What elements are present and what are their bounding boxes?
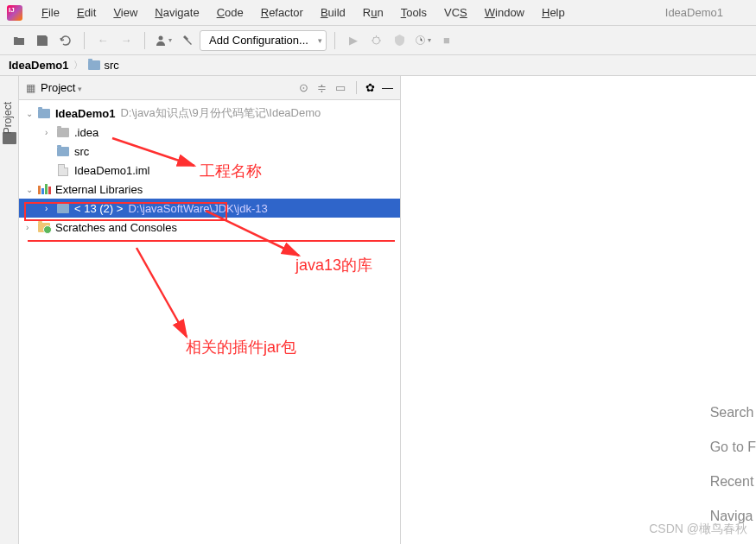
forward-button[interactable]: → bbox=[116, 30, 137, 51]
tree-root[interactable]: ⌄ IdeaDemo1 D:\java知识点\9月份代码笔记\IdeaDemo bbox=[19, 104, 400, 123]
menu-tools[interactable]: Tools bbox=[392, 3, 435, 22]
expand-icon[interactable]: ⌄ bbox=[26, 185, 36, 194]
toolbar-separator bbox=[334, 32, 335, 49]
tree-idea-folder[interactable]: › .idea bbox=[19, 123, 400, 142]
debug-button[interactable] bbox=[366, 30, 387, 51]
menu-refactor[interactable]: Refactor bbox=[252, 3, 312, 22]
breadcrumb-separator: 〉 bbox=[73, 59, 83, 72]
tree-external-libs[interactable]: ⌄ External Libraries bbox=[19, 180, 400, 199]
scratch-icon bbox=[36, 223, 52, 232]
refresh-button[interactable] bbox=[55, 30, 76, 51]
expand-icon[interactable]: ⌄ bbox=[26, 109, 36, 118]
menubar: File Edit View Navigate Code Refactor Bu… bbox=[0, 0, 756, 26]
save-button[interactable] bbox=[32, 30, 53, 51]
tree-jdk[interactable]: › < 13 (2) > D:\javaSoftWare\JDK\jdk-13 bbox=[19, 199, 400, 218]
folder-icon bbox=[36, 109, 52, 118]
svg-point-0 bbox=[159, 35, 163, 40]
breadcrumb-src[interactable]: src bbox=[88, 59, 118, 72]
watermark: CSDN @橄鸟春秋 bbox=[649, 522, 747, 537]
panel-title[interactable]: ▦ Project bbox=[26, 81, 82, 94]
toolbar: ← → Add Configuration... ▶ ■ bbox=[0, 26, 756, 55]
project-tree: ⌄ IdeaDemo1 D:\java知识点\9月份代码笔记\IdeaDemo … bbox=[19, 100, 400, 240]
project-panel: ▦ Project ⊙ ≑ ▭ ✿ — ⌄ IdeaDemo1 D:\java知… bbox=[19, 76, 401, 544]
menubar-project-name: IdeaDemo1 bbox=[657, 3, 732, 22]
library-icon bbox=[36, 184, 52, 194]
settings-icon[interactable]: ✿ bbox=[365, 81, 375, 94]
menu-help[interactable]: Help bbox=[533, 3, 574, 22]
coverage-button[interactable] bbox=[390, 30, 410, 51]
menu-code[interactable]: Code bbox=[208, 3, 252, 22]
expand-icon[interactable]: ▭ bbox=[335, 81, 346, 94]
menu-vcs[interactable]: VCS bbox=[435, 3, 476, 22]
menu-view[interactable]: View bbox=[105, 3, 146, 22]
folder-icon bbox=[55, 128, 71, 137]
menu-file[interactable]: File bbox=[33, 3, 68, 22]
tree-iml-file[interactable]: IdeaDemo1.iml bbox=[19, 161, 400, 180]
expand-icon[interactable]: › bbox=[45, 128, 55, 137]
hide-icon[interactable]: — bbox=[382, 81, 393, 94]
panel-folder-icon: ▦ bbox=[26, 82, 35, 94]
editor-area: Search Go to F Recent Naviga Drop fi bbox=[401, 76, 756, 544]
folder-icon bbox=[88, 60, 100, 70]
menu-window[interactable]: Window bbox=[476, 3, 533, 22]
menu-navigate[interactable]: Navigate bbox=[146, 3, 207, 22]
tree-scratches[interactable]: › Scratches and Consoles bbox=[19, 218, 400, 237]
panel-right-actions: ✿ — bbox=[356, 81, 393, 94]
profiler-button[interactable] bbox=[413, 30, 434, 51]
expand-icon[interactable]: › bbox=[45, 204, 55, 213]
stop-button[interactable]: ■ bbox=[436, 30, 457, 51]
menu-build[interactable]: Build bbox=[312, 3, 354, 22]
collapse-icon[interactable]: ≑ bbox=[317, 81, 327, 94]
breadcrumb: IdeaDemo1 〉 src bbox=[0, 55, 756, 76]
file-icon bbox=[55, 164, 71, 176]
menu-run[interactable]: Run bbox=[354, 3, 392, 22]
folder-icon bbox=[55, 204, 71, 213]
side-tab-bar: Project bbox=[0, 76, 19, 544]
main-area: Project ▦ Project ⊙ ≑ ▭ ✿ — ⌄ IdeaDe bbox=[0, 76, 756, 544]
breadcrumb-root[interactable]: IdeaDemo1 bbox=[9, 59, 68, 72]
back-button[interactable]: ← bbox=[92, 30, 113, 51]
run-button[interactable]: ▶ bbox=[343, 30, 364, 51]
side-tab-project[interactable]: Project bbox=[2, 102, 14, 134]
folder-icon bbox=[55, 147, 71, 156]
toolbar-separator bbox=[144, 32, 145, 49]
menu-edit[interactable]: Edit bbox=[68, 3, 105, 22]
tree-src-folder[interactable]: src bbox=[19, 142, 400, 161]
app-icon bbox=[7, 5, 22, 21]
panel-actions: ⊙ ≑ ▭ bbox=[299, 81, 346, 94]
locate-icon[interactable]: ⊙ bbox=[299, 81, 308, 94]
hammer-button[interactable] bbox=[176, 30, 197, 51]
panel-header: ▦ Project ⊙ ≑ ▭ ✿ — bbox=[19, 76, 400, 100]
profile-button[interactable] bbox=[153, 30, 174, 51]
run-config-dropdown[interactable]: Add Configuration... bbox=[200, 30, 327, 51]
expand-icon[interactable]: › bbox=[26, 223, 36, 232]
toolbar-separator bbox=[84, 32, 85, 49]
open-button[interactable] bbox=[9, 30, 29, 51]
